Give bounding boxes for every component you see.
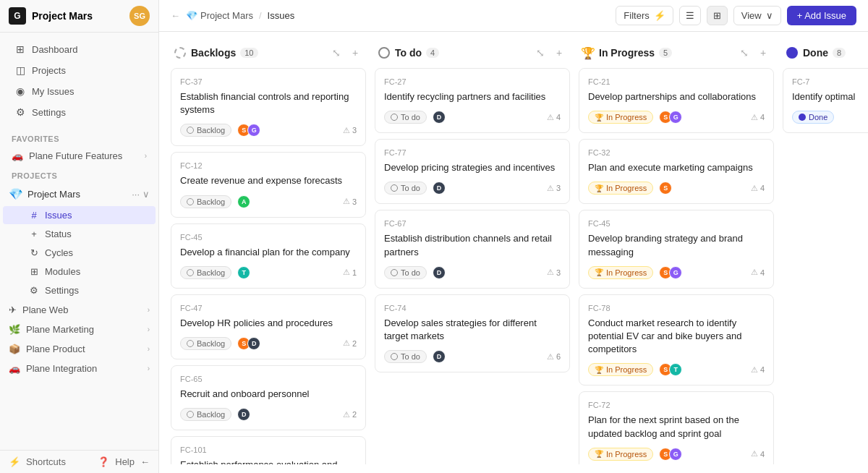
backlogs-add-btn[interactable]: + xyxy=(347,45,363,61)
plane-integration-label: Plane Integration xyxy=(26,363,97,374)
shortcuts-link[interactable]: ⚡ Shortcuts xyxy=(9,456,66,467)
todo-title: To do xyxy=(395,47,422,59)
avatar: D xyxy=(433,350,446,363)
done-status-icon xyxy=(786,46,799,59)
card-title: Identify recycling partners and faciliti… xyxy=(384,90,561,103)
issues-label: Issues xyxy=(45,210,72,221)
sidebar-favorite-plane-future[interactable]: 🚗 Plane Future Features › xyxy=(0,146,158,166)
card-title: Create revenue and expense forecasts xyxy=(180,174,357,187)
card-id: FC-7 xyxy=(792,77,868,86)
alert-icon: ⚠ xyxy=(751,184,758,193)
inprogress-add-btn[interactable]: + xyxy=(755,45,771,61)
back-icon[interactable]: ← xyxy=(140,456,150,467)
avatar: D xyxy=(247,337,260,350)
sidebar-plane-product[interactable]: 📦 Plane Product › xyxy=(0,339,158,359)
expand-icon[interactable]: ∨ xyxy=(142,189,150,200)
card-fc-67[interactable]: FC-67 Establish distribution channels an… xyxy=(375,210,570,288)
breadcrumb-separator: / xyxy=(259,10,262,21)
topbar-right: Filters ⚡ ☰ ⊞ View ∨ + Add Issue xyxy=(616,6,856,25)
sidebar-sub-modules[interactable]: ⊞ Modules xyxy=(3,263,156,281)
view-button[interactable]: View ∨ xyxy=(733,6,781,25)
card-alert: ⚠ 4 xyxy=(751,365,765,375)
card-id: FC-72 xyxy=(588,401,765,409)
card-fc-37[interactable]: FC-37 Establish financial controls and r… xyxy=(171,68,366,146)
sidebar-project-mars[interactable]: 💎 Project Mars ··· ∨ xyxy=(0,183,158,205)
card-fc-27[interactable]: FC-27 Identify recycling partners and fa… xyxy=(375,68,570,133)
sidebar-plane-web[interactable]: ✈ Plane Web › xyxy=(0,300,158,320)
card-fc-74[interactable]: FC-74 Develop sales strategies for diffe… xyxy=(375,294,570,372)
alert-count: 4 xyxy=(760,450,765,459)
backlogs-cards: FC-37 Establish financial controls and r… xyxy=(171,68,366,464)
plane-marketing-label: Plane Marketing xyxy=(26,324,94,335)
todo-add-btn[interactable]: + xyxy=(551,45,567,61)
card-fc-45[interactable]: FC-45 Develop a financial plan for the c… xyxy=(171,223,366,289)
sidebar-plane-marketing[interactable]: 🌿 Plane Marketing › xyxy=(0,320,158,339)
status-label: Status xyxy=(45,229,72,239)
card-title: Establish financial controls and reporti… xyxy=(180,90,357,116)
card-fc-12[interactable]: FC-12 Create revenue and expense forecas… xyxy=(171,152,366,217)
sidebar-item-my-issues[interactable]: ◉ My Issues xyxy=(3,81,156,101)
card-avatars: S T xyxy=(659,363,682,376)
card-fc-47[interactable]: FC-47 Develop HR policies and procedures… xyxy=(171,294,366,359)
backlogs-expand-btn[interactable]: ⤡ xyxy=(328,45,344,61)
filters-button[interactable]: Filters ⚡ xyxy=(616,6,673,25)
avatar: A xyxy=(237,195,250,208)
my-issues-icon: ◉ xyxy=(14,85,26,97)
inprogress-expand-btn[interactable]: ⤡ xyxy=(736,45,752,61)
sidebar-sub-status[interactable]: + Status xyxy=(3,225,156,243)
card-footer: To do D ⚠ 6 xyxy=(384,350,561,363)
status-badge: Backlog xyxy=(180,266,231,279)
help-icon[interactable]: ❓ xyxy=(98,456,109,467)
more-options-icon[interactable]: ··· xyxy=(132,189,140,200)
card-fc-77[interactable]: FC-77 Develop pricing strategies and inc… xyxy=(375,139,570,204)
sidebar-item-projects[interactable]: ◫ Projects xyxy=(3,60,156,80)
card-alert: ⚠ 4 xyxy=(751,113,765,122)
add-issue-button[interactable]: + Add Issue xyxy=(787,6,856,25)
card-fc-65[interactable]: FC-65 Recruit and onboard personnel Back… xyxy=(171,365,366,430)
sidebar-item-dashboard[interactable]: ⊞ Dashboard xyxy=(3,39,156,59)
chevron-right-icon-3: › xyxy=(148,325,150,333)
todo-expand-btn[interactable]: ⤡ xyxy=(532,45,548,61)
alert-count: 4 xyxy=(760,184,765,192)
status-badge: 🏆 In Progress xyxy=(588,266,653,279)
card-fc-21[interactable]: FC-21 Develop partnerships and collabora… xyxy=(579,68,774,133)
sidebar-sub-cycles[interactable]: ↻ Cycles xyxy=(3,244,156,262)
done-count: 8 xyxy=(833,48,846,58)
card-footer: 🏆 In Progress S G ⚠ 4 xyxy=(588,448,765,461)
sidebar-sub-settings[interactable]: ⚙ Settings xyxy=(3,281,156,299)
topbar: ← 💎 Project Mars / Issues Filters ⚡ ☰ ⊞ … xyxy=(159,0,868,32)
card-fc-32[interactable]: FC-32 Plan and execute marketing campaig… xyxy=(579,139,774,204)
chevron-right-icon-5: › xyxy=(148,365,150,372)
breadcrumb-project[interactable]: 💎 Project Mars xyxy=(186,10,253,21)
backlogs-count: 10 xyxy=(240,48,258,58)
card-title: Conduct market research to identify pote… xyxy=(588,317,765,357)
user-avatar[interactable]: SG xyxy=(129,6,150,26)
card-fc-78[interactable]: FC-78 Conduct market research to identif… xyxy=(579,294,774,386)
card-ip-fc-45[interactable]: FC-45 Develop branding strategy and bran… xyxy=(579,210,774,288)
board-view-icon-button[interactable]: ⊞ xyxy=(707,6,728,25)
board-icon: ⊞ xyxy=(713,10,721,21)
back-nav-icon[interactable]: ← xyxy=(171,10,180,21)
alert-icon: ⚠ xyxy=(547,352,554,362)
alert-icon: ⚠ xyxy=(343,338,350,348)
alert-count: 3 xyxy=(352,126,357,135)
grid-view-icon-button[interactable]: ☰ xyxy=(679,6,701,25)
alert-count: 3 xyxy=(556,268,561,277)
column-header-backlogs: Backlogs 10 ⤡ + xyxy=(171,41,366,68)
card-fc-7[interactable]: FC-7 Identify optimal Done xyxy=(783,68,868,133)
card-fc-72[interactable]: FC-72 Plan for the next sprint based on … xyxy=(579,391,774,464)
breadcrumb-project-name: Project Mars xyxy=(200,10,253,21)
settings-nav-icon: ⚙ xyxy=(14,106,26,118)
sidebar-sub-issues[interactable]: # Issues xyxy=(3,206,156,224)
card-title: Plan and execute marketing campaigns xyxy=(588,161,765,174)
workspace-name[interactable]: G Project Mars xyxy=(9,7,93,25)
card-title: Develop sales strategies for different t… xyxy=(384,317,561,343)
sidebar-item-settings[interactable]: ⚙ Settings xyxy=(3,102,156,122)
card-fc-101[interactable]: FC-101 Establish performance evaluation … xyxy=(171,436,366,464)
card-title: Establish performance evaluation and car… xyxy=(180,459,357,464)
help-label[interactable]: Help xyxy=(115,456,135,467)
card-alert: ⚠ 4 xyxy=(751,449,765,459)
card-id: FC-45 xyxy=(588,219,765,228)
alert-count: 1 xyxy=(352,268,357,277)
sidebar-plane-integration[interactable]: 🚗 Plane Integration › xyxy=(0,359,158,378)
